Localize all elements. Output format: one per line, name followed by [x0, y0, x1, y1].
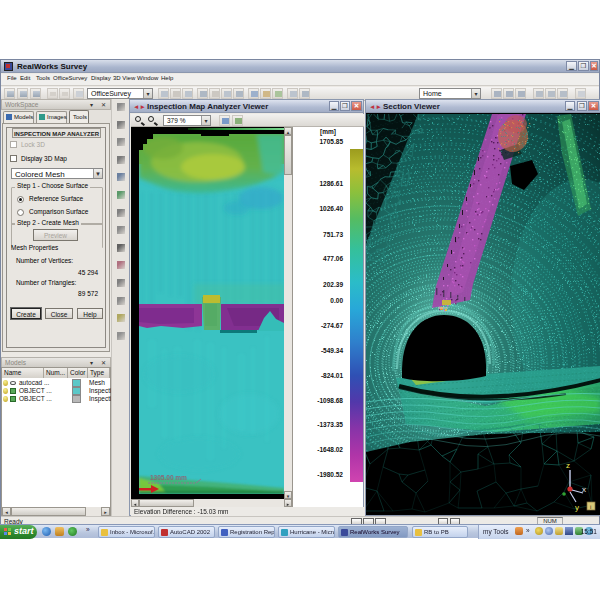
svg-text:1305.00 mm: 1305.00 mm	[150, 474, 187, 481]
svg-text:i: i	[590, 504, 591, 510]
svg-text:z: z	[566, 461, 570, 470]
svg-text:y: y	[575, 503, 579, 512]
svg-text:x: x	[582, 485, 586, 494]
